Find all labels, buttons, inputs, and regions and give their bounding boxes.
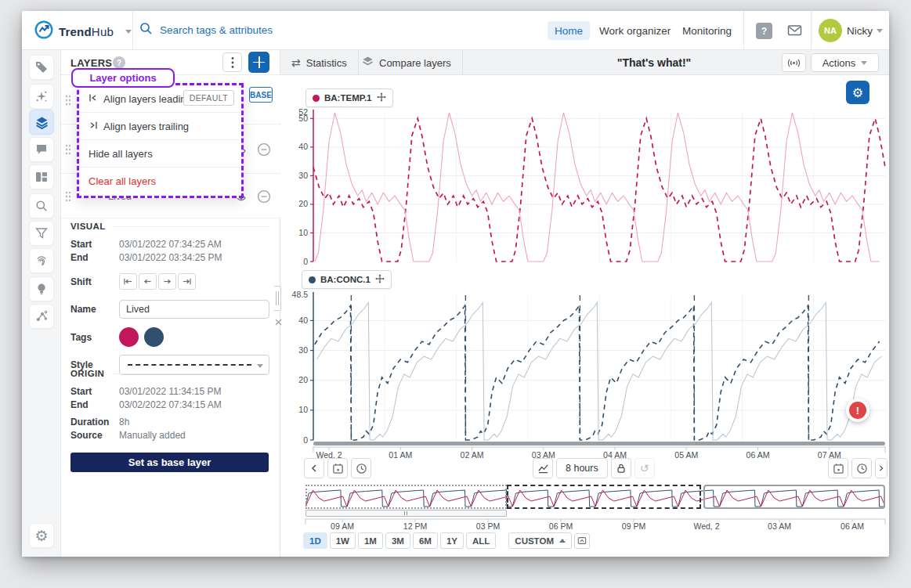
nav-monitoring[interactable]: Monitoring — [675, 21, 739, 40]
shift-far-left-button[interactable] — [119, 273, 137, 290]
remove-layer-icon[interactable] — [257, 142, 271, 160]
nav-work-organizer[interactable]: Work organizer — [592, 21, 678, 40]
menu-item-hide-all[interactable]: Hide all layers — [79, 140, 241, 168]
calendar-icon-button[interactable] — [828, 458, 848, 478]
range-button-1y[interactable]: 1Y — [440, 532, 464, 549]
rail-nodes-icon[interactable] — [29, 304, 54, 329]
temp-trend-chart[interactable]: 0102030405052 — [280, 105, 889, 269]
view-title: "That's what!" — [617, 56, 691, 69]
name-label: Name — [70, 304, 119, 315]
main-area: ⇄ Statistics Compare layers "That's what… — [280, 50, 889, 557]
alert-badge[interactable]: ! — [846, 399, 869, 422]
layer-name-input[interactable] — [119, 300, 269, 319]
move-icon[interactable] — [375, 274, 385, 285]
custom-range-picker-icon[interactable] — [574, 533, 590, 549]
rail-sparkles-icon[interactable] — [29, 84, 54, 109]
range-button-3m[interactable]: 3M — [385, 532, 410, 549]
rail-dashboard-icon[interactable] — [29, 164, 54, 189]
brand-chevron-down-icon[interactable] — [125, 30, 132, 34]
custom-range-button[interactable]: CUSTOM — [508, 532, 572, 549]
mail-icon[interactable] — [787, 23, 802, 40]
range-button-1d[interactable]: 1D — [303, 532, 327, 549]
help-icon[interactable]: ? — [756, 23, 772, 39]
layer-options-tooltip: Layer options — [71, 68, 175, 88]
actions-chevron-down-icon — [861, 61, 867, 65]
temp-tag-chip[interactable]: BA:TEMP.1 — [305, 88, 393, 107]
svg-text:10: 10 — [298, 405, 308, 414]
duration-value: 8h — [119, 417, 129, 427]
menu-item-align-trailing[interactable]: Align layers trailing — [79, 113, 241, 140]
chart-horizontal-scrollbar[interactable] — [313, 442, 885, 446]
nav-home[interactable]: Home — [548, 21, 590, 40]
tag-color-temp[interactable] — [119, 327, 139, 347]
panel-close-icon[interactable] — [275, 315, 282, 329]
statistics-button[interactable]: ⇄ Statistics — [280, 50, 359, 75]
shift-left-button[interactable] — [139, 273, 157, 290]
app-logo[interactable]: TrendHub — [34, 20, 132, 42]
clock-icon-button[interactable] — [351, 458, 371, 478]
duration-value-button[interactable]: 8 hours — [556, 458, 608, 478]
search-input[interactable]: Search tags & attributes — [139, 22, 273, 38]
compare-layers-label: Compare layers — [379, 57, 451, 69]
tags-label: Tags — [70, 332, 119, 343]
set-as-base-layer-button[interactable]: Set as base layer — [70, 453, 269, 472]
add-layer-button[interactable] — [248, 52, 269, 73]
shift-far-right-button[interactable] — [178, 273, 196, 290]
trend-compare-icon-button[interactable] — [533, 458, 553, 478]
rail-lightbulb-icon[interactable] — [29, 276, 54, 301]
overview-window-focus[interactable] — [507, 485, 702, 509]
range-button-all[interactable]: ALL — [466, 532, 496, 549]
history-icon-button[interactable]: ↺ — [634, 458, 655, 478]
actions-button[interactable]: Actions — [811, 53, 879, 72]
overview-window-left[interactable] — [305, 485, 507, 509]
move-icon[interactable] — [377, 92, 386, 103]
drag-handle-icon[interactable] — [65, 94, 71, 110]
range-button-1m[interactable]: 1M — [358, 532, 383, 549]
layers-help-icon[interactable]: ? — [113, 56, 125, 69]
compare-layers-button[interactable]: Compare layers — [351, 50, 463, 75]
drag-handle-icon[interactable] — [65, 143, 71, 159]
brand-name: TrendHub — [59, 25, 114, 38]
origin-start-value: 03/01/2022 11:34:15 PM — [119, 386, 222, 397]
user-chevron-down-icon[interactable] — [877, 29, 883, 33]
conc-tag-label: BA:CONC.1 — [320, 275, 371, 284]
rail-search-icon[interactable] — [29, 193, 54, 218]
divider — [132, 11, 133, 50]
chart-settings-gear-button[interactable]: ⚙ — [846, 81, 869, 104]
clock-icon-button[interactable] — [851, 458, 872, 478]
live-mode-button[interactable] — [782, 53, 806, 72]
overview-window-grip[interactable] — [305, 510, 507, 517]
drag-handle-icon[interactable] — [65, 190, 71, 206]
range-button-1w[interactable]: 1W — [330, 532, 356, 549]
user-name[interactable]: Nicky — [847, 25, 873, 37]
svg-text:20: 20 — [298, 199, 308, 208]
avatar[interactable]: NA — [819, 19, 842, 42]
lock-icon-button[interactable] — [611, 458, 631, 478]
overview-window-right[interactable] — [703, 485, 885, 509]
layers-panel: LAYERS ? BASE — [61, 50, 280, 557]
conc-tag-chip[interactable]: BA:CONC.1 — [302, 270, 392, 289]
start-label: Start — [70, 239, 119, 250]
left-icon-rail: ⚙ — [22, 50, 61, 557]
layer-options-kebab-button[interactable] — [222, 52, 242, 72]
axis-label: 03 AM — [768, 521, 791, 531]
rail-settings-gear-icon[interactable]: ⚙ — [29, 523, 54, 548]
calendar-icon-button[interactable] — [327, 458, 348, 478]
rail-filter-icon[interactable] — [29, 221, 54, 246]
context-bar[interactable] — [305, 485, 885, 509]
tag-color-conc[interactable] — [144, 327, 164, 347]
rail-fingerprint-icon[interactable] — [29, 248, 54, 273]
conc-trend-chart[interactable]: 01020304048.5 — [280, 289, 889, 446]
rail-tag-icon[interactable] — [29, 55, 54, 80]
panel-resize-handle[interactable] — [274, 286, 281, 311]
pan-left-button[interactable] — [304, 458, 324, 478]
pan-right-button[interactable] — [875, 458, 888, 478]
rail-comment-icon[interactable] — [29, 137, 54, 162]
remove-layer-icon[interactable] — [257, 189, 271, 207]
menu-item-clear-all[interactable]: Clear all layers — [79, 168, 241, 195]
rail-layers-icon[interactable] — [29, 110, 54, 135]
shift-right-button[interactable] — [158, 273, 176, 290]
menu-item-align-leading[interactable]: Align layers leading DEFAULT — [79, 85, 241, 113]
range-button-6m[interactable]: 6M — [413, 532, 438, 549]
start-label: Start — [70, 386, 119, 397]
